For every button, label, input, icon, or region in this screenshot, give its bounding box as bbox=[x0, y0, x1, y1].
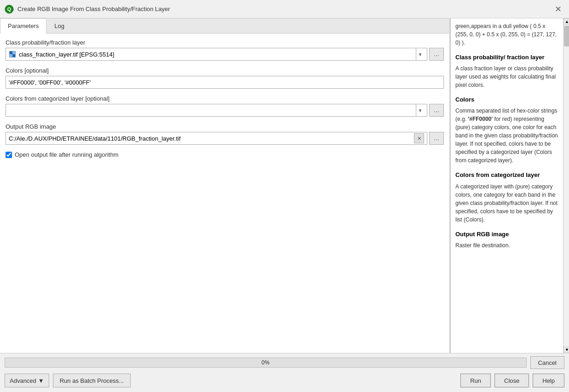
output-rgb-label: Output RGB image bbox=[6, 123, 444, 130]
titlebar: Q Create RGB Image From Class Probabilit… bbox=[0, 0, 569, 18]
colors-from-layer-input-row: ▼ … bbox=[6, 104, 444, 117]
svg-rect-4 bbox=[12, 51, 15, 54]
window-title: Create RGB Image From Class Probability/… bbox=[17, 6, 552, 12]
help-class-layer-body: A class fraction layer or class probabil… bbox=[455, 64, 558, 89]
tab-log[interactable]: Log bbox=[46, 18, 72, 33]
svg-text:Q: Q bbox=[7, 6, 11, 12]
output-rgb-input-row: C:/Ale./D.AUX/PHD/ETRAINEE/data/1101/RGB… bbox=[6, 132, 444, 145]
class-layer-label: Class probability/fraction layer bbox=[6, 39, 444, 46]
cancel-button[interactable]: Cancel bbox=[530, 356, 564, 369]
open-output-row: Open output file after running algorithm bbox=[6, 151, 444, 158]
help-colors-from-layer-body: A categorized layer with (pure) category… bbox=[455, 182, 558, 224]
progress-row: 0% Cancel bbox=[0, 353, 569, 372]
output-rgb-browse-button[interactable]: … bbox=[429, 132, 444, 145]
advanced-label: Advanced bbox=[10, 377, 36, 384]
help-scrollbar[interactable]: ▲ ▼ bbox=[563, 18, 569, 353]
advanced-arrow-icon: ▼ bbox=[38, 377, 44, 384]
help-button[interactable]: Help bbox=[533, 374, 564, 387]
advanced-button[interactable]: Advanced ▼ bbox=[5, 374, 49, 387]
class-layer-value: class_fraction_layer.tif [EPSG:5514] bbox=[19, 51, 114, 58]
svg-rect-6 bbox=[12, 54, 15, 57]
batch-process-button[interactable]: Run as Batch Process... bbox=[53, 374, 131, 387]
close-button[interactable]: Close bbox=[494, 374, 529, 387]
progress-label: 0% bbox=[262, 359, 270, 366]
help-output-rgb-title: Output RGB image bbox=[455, 230, 558, 239]
class-layer-browse-button[interactable]: … bbox=[429, 48, 444, 61]
output-rgb-path-box: C:/Ale./D.AUX/PHD/ETRAINEE/data/1101/RGB… bbox=[6, 132, 427, 145]
colors-from-layer-group: Colors from categorized layer [optional]… bbox=[6, 95, 444, 117]
colors-input[interactable] bbox=[6, 76, 444, 89]
action-row: Advanced ▼ Run as Batch Process... Run C… bbox=[0, 372, 569, 392]
help-panel: green,appears in a dull yellow ( 0.5 x (… bbox=[450, 18, 563, 353]
output-rgb-group: Output RGB image C:/Ale./D.AUX/PHD/ETRAI… bbox=[6, 123, 444, 145]
scroll-up-button[interactable]: ▲ bbox=[563, 18, 569, 25]
colors-label: Colors [optional] bbox=[6, 67, 444, 74]
class-layer-combo[interactable]: class_fraction_layer.tif [EPSG:5514] ▼ bbox=[6, 48, 427, 61]
params-panel: Class probability/fraction layer bbox=[0, 34, 449, 353]
tab-bar: Parameters Log bbox=[0, 18, 449, 34]
left-panel: Parameters Log Class probability/fractio… bbox=[0, 18, 450, 353]
help-colors-title: Colors bbox=[455, 96, 558, 104]
class-layer-group: Class probability/fraction layer bbox=[6, 39, 444, 61]
help-colors-from-layer-title: Colors from categorized layer bbox=[455, 171, 558, 179]
bottom-area: 0% Cancel Advanced ▼ Run as Batch Proces… bbox=[0, 353, 569, 392]
open-output-checkbox[interactable] bbox=[6, 152, 12, 158]
close-window-button[interactable]: ✕ bbox=[552, 3, 564, 15]
svg-rect-3 bbox=[10, 51, 12, 54]
layer-icon bbox=[9, 51, 16, 58]
colors-from-layer-label: Colors from categorized layer [optional] bbox=[6, 95, 444, 102]
help-output-rgb-body: Raster file destination. bbox=[455, 241, 558, 250]
open-output-label[interactable]: Open output file after running algorithm bbox=[15, 151, 118, 158]
svg-rect-5 bbox=[10, 54, 12, 57]
colors-group: Colors [optional] bbox=[6, 67, 444, 89]
scroll-track bbox=[563, 25, 569, 347]
help-intro: green,appears in a dull yellow ( 0.5 x (… bbox=[455, 22, 558, 47]
help-class-layer-title: Class probability/ fraction layer bbox=[455, 53, 558, 62]
help-colors-body: Comma separated list of hex-color string… bbox=[455, 107, 558, 165]
colors-from-layer-dropdown-arrow[interactable]: ▼ bbox=[416, 104, 424, 116]
class-layer-dropdown-arrow[interactable]: ▼ bbox=[416, 48, 424, 60]
scroll-down-button[interactable]: ▼ bbox=[563, 347, 569, 353]
right-panel-wrapper: green,appears in a dull yellow ( 0.5 x (… bbox=[450, 18, 569, 353]
class-layer-input-row: class_fraction_layer.tif [EPSG:5514] ▼ … bbox=[6, 48, 444, 61]
output-rgb-clear-button[interactable]: ✕ bbox=[414, 133, 424, 143]
help-content: green,appears in a dull yellow ( 0.5 x (… bbox=[455, 22, 558, 250]
output-rgb-path-text: C:/Ale./D.AUX/PHD/ETRAINEE/data/1101/RGB… bbox=[9, 135, 414, 142]
main-content: Parameters Log Class probability/fractio… bbox=[0, 18, 569, 353]
colors-from-layer-combo[interactable]: ▼ bbox=[6, 104, 427, 117]
tab-parameters[interactable]: Parameters bbox=[0, 18, 46, 34]
scroll-thumb[interactable] bbox=[564, 26, 569, 46]
app-icon: Q bbox=[5, 5, 14, 14]
colors-from-layer-browse-button[interactable]: … bbox=[429, 104, 444, 117]
run-button[interactable]: Run bbox=[460, 374, 491, 387]
progress-bar-container: 0% bbox=[5, 358, 527, 368]
